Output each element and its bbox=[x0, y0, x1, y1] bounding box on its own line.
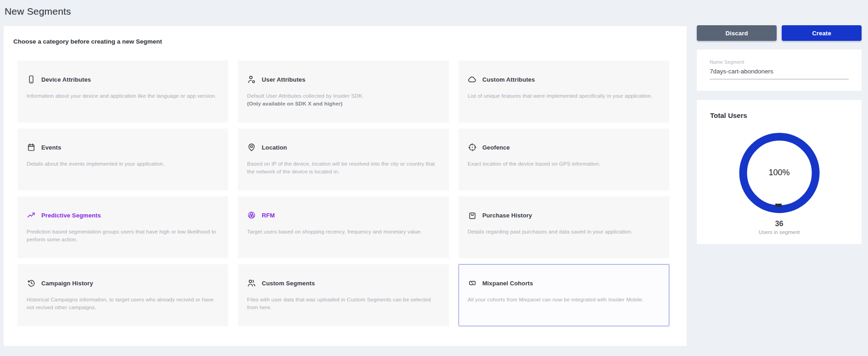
category-card-description: Based on IP of the device, location will… bbox=[247, 160, 442, 175]
name-segment-label: Name Segment bbox=[710, 59, 849, 65]
device-icon bbox=[27, 75, 36, 84]
total-users-title: Total Users bbox=[697, 100, 862, 119]
category-card-user-attributes[interactable]: User Attributes Default User Attributes … bbox=[238, 61, 448, 122]
category-card-description: Details about the events implemented in … bbox=[27, 160, 221, 168]
history-icon bbox=[27, 278, 36, 288]
total-users-donut: 100% bbox=[736, 129, 823, 217]
users-icon bbox=[247, 278, 256, 288]
category-card-title: Events bbox=[41, 144, 61, 151]
user-icon bbox=[247, 75, 256, 84]
segment-sidebar: Discard Create Name Segment Total Users … bbox=[697, 25, 862, 244]
shopping-bag-icon bbox=[468, 211, 477, 220]
category-card-custom-segments[interactable]: Custom Segments Files with user data tha… bbox=[238, 264, 448, 326]
category-card-description: Target users based on shopping recency, … bbox=[247, 228, 442, 236]
panel-heading: Choose a category before creating a new … bbox=[13, 38, 162, 45]
category-card-title: Purchase History bbox=[482, 212, 532, 219]
map-pin-icon bbox=[247, 143, 256, 152]
category-card-campaign-history[interactable]: Campaign History Historical Campaigns in… bbox=[17, 264, 228, 326]
category-card-description: Exact location of the device based on GP… bbox=[468, 160, 662, 168]
users-caption: Users in segment bbox=[697, 229, 862, 235]
segment-category-panel: Choose a category before creating a new … bbox=[4, 26, 687, 346]
category-card-description: Historical Campaigns information, to tar… bbox=[27, 296, 221, 311]
category-card-device-attributes[interactable]: Device Attributes Information about your… bbox=[17, 61, 228, 122]
category-card-mixpanel-cohorts[interactable]: Mixpanel Cohorts All your cohorts from M… bbox=[459, 264, 669, 326]
venn-icon bbox=[247, 211, 256, 220]
category-card-purchase-history[interactable]: Purchase History Details regarding past … bbox=[459, 196, 669, 258]
category-cards-grid: Device Attributes Information about your… bbox=[17, 61, 669, 326]
page-title: New Segments bbox=[5, 6, 71, 17]
category-card-title: Device Attributes bbox=[41, 76, 91, 83]
category-card-title: Campaign History bbox=[41, 280, 93, 287]
users-count: 36 bbox=[697, 220, 862, 228]
category-card-predictive-segments[interactable]: Predictive Segments Prediction based seg… bbox=[17, 196, 228, 258]
category-card-title: RFM bbox=[262, 212, 274, 219]
category-card-title: User Attributes bbox=[262, 76, 305, 83]
category-card-title: Mixpanel Cohorts bbox=[482, 280, 533, 287]
category-card-description: Prediction based segmentation groups use… bbox=[27, 228, 221, 243]
category-card-title: Custom Segments bbox=[262, 280, 315, 287]
category-card-custom-attributes[interactable]: Custom Attributes List of unique feature… bbox=[459, 61, 669, 122]
category-card-title: Custom Attributes bbox=[482, 76, 535, 83]
target-icon bbox=[468, 143, 477, 152]
cloud-icon bbox=[468, 75, 477, 84]
category-card-title: Location bbox=[262, 144, 287, 151]
name-segment-input[interactable] bbox=[710, 67, 849, 79]
category-card-description: Information about your device and applic… bbox=[27, 92, 221, 100]
category-card-events[interactable]: Events Details about the events implemen… bbox=[17, 128, 228, 190]
category-card-geofence[interactable]: Geofence Exact location of the device ba… bbox=[459, 128, 669, 190]
trending-up-icon bbox=[27, 211, 36, 220]
link-icon bbox=[468, 278, 477, 288]
discard-button[interactable]: Discard bbox=[697, 25, 777, 41]
donut-percent-label: 100% bbox=[736, 168, 823, 178]
category-card-description: Default User Attributes collected by Ins… bbox=[247, 92, 442, 107]
category-card-description: All your cohorts from Mixpanel can now b… bbox=[468, 296, 662, 304]
calendar-icon bbox=[27, 143, 36, 152]
total-users-card: Total Users 100% 36 Users in segment bbox=[697, 100, 862, 244]
category-card-description: Details regarding past purchases and dat… bbox=[468, 228, 662, 236]
create-button[interactable]: Create bbox=[782, 25, 862, 41]
category-card-rfm[interactable]: RFM Target users based on shopping recen… bbox=[238, 196, 448, 258]
name-segment-card: Name Segment bbox=[697, 50, 862, 91]
category-card-location[interactable]: Location Based on IP of the device, loca… bbox=[238, 128, 448, 190]
category-card-title: Predictive Segments bbox=[41, 212, 101, 219]
category-card-description: Files with user data that was uploaded i… bbox=[247, 296, 442, 311]
category-card-description: List of unique features that were implem… bbox=[468, 92, 662, 100]
action-buttons: Discard Create bbox=[697, 25, 862, 41]
category-card-title: Geofence bbox=[482, 144, 510, 151]
